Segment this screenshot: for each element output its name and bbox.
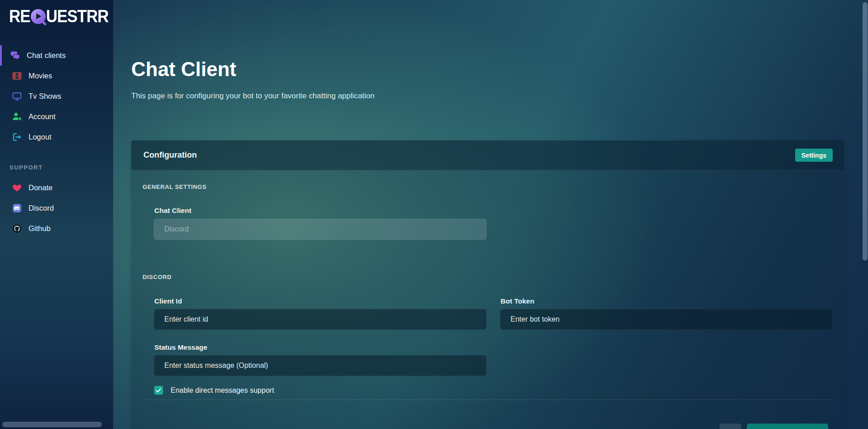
checkmark-icon — [156, 387, 161, 392]
page-title: Chat Client — [131, 58, 236, 81]
section-divider — [143, 400, 833, 400]
configuration-card-header: Configuration Settings — [131, 140, 844, 170]
configuration-title: Configuration — [143, 150, 197, 160]
sidebar-item-label: Discord — [29, 204, 54, 212]
client-id-input[interactable] — [154, 309, 486, 330]
sidebar-item-label: Account — [29, 112, 56, 121]
logo-text-post: UESTRR — [46, 6, 109, 27]
discord-section-header: DISCORD — [143, 274, 172, 280]
film-icon — [11, 72, 22, 81]
sidebar-nav: Chat clients Movies Tv Shows Account Log… — [0, 45, 113, 147]
sidebar-item-chat-clients[interactable]: Chat clients — [0, 45, 113, 66]
sidebar-item-label: Logout — [29, 133, 51, 141]
dm-support-row: Enable direct messages support — [154, 386, 274, 395]
support-section-header: SUPPORT — [10, 164, 43, 171]
sidebar-item-label: Movies — [29, 72, 52, 80]
sidebar-item-movies[interactable]: Movies — [0, 66, 113, 86]
sidebar-item-tv-shows[interactable]: Tv Shows — [0, 86, 113, 106]
status-message-label: Status Message — [154, 343, 207, 352]
logo-text-pre: RE — [9, 6, 30, 27]
sidebar-item-label: Chat clients — [27, 51, 66, 60]
chat-icon — [10, 51, 20, 60]
bot-token-label: Bot Token — [501, 297, 534, 305]
general-settings-header: GENERAL SETTINGS — [143, 183, 207, 190]
sidebar-item-discord[interactable]: Discord — [0, 198, 113, 218]
main-content: Chat Client This page is for configuring… — [113, 0, 868, 429]
save-changes-button-partial[interactable] — [747, 424, 828, 429]
heart-icon — [11, 183, 22, 193]
app-logo[interactable]: RE UESTRR — [0, 0, 113, 26]
configuration-card: Configuration Settings GENERAL SETTINGS … — [131, 140, 844, 429]
sidebar-item-account[interactable]: Account — [0, 106, 113, 127]
dm-support-checkbox[interactable] — [154, 386, 163, 395]
sidebar-item-label: Tv Shows — [29, 92, 61, 101]
chat-client-label: Chat Client — [154, 207, 191, 215]
github-icon — [11, 224, 22, 233]
status-message-input[interactable] — [154, 355, 486, 376]
sidebar-item-logout[interactable]: Logout — [0, 127, 113, 147]
logo-play-icon — [31, 9, 46, 24]
discord-icon — [11, 204, 22, 213]
sidebar-item-label: Github — [29, 224, 51, 233]
sidebar: RE UESTRR Chat clients Movies Tv Shows — [0, 0, 113, 429]
sidebar-item-github[interactable]: Github — [0, 218, 113, 239]
sidebar-item-label: Donate — [29, 183, 52, 192]
dm-support-label: Enable direct messages support — [171, 386, 274, 395]
test-settings-button-partial[interactable] — [720, 424, 741, 429]
support-list: Donate Discord Github — [0, 178, 113, 239]
bot-token-input[interactable] — [500, 309, 833, 330]
logout-icon — [11, 133, 22, 142]
client-id-label: Client Id — [154, 297, 182, 305]
page-subtitle: This page is for configuring your bot to… — [131, 92, 375, 101]
settings-button[interactable]: Settings — [795, 149, 833, 162]
horizontal-scrollbar-thumb[interactable] — [2, 422, 102, 427]
sidebar-item-donate[interactable]: Donate — [0, 178, 113, 198]
vertical-scrollbar-thumb[interactable] — [863, 2, 868, 260]
chat-client-input — [154, 219, 486, 240]
user-shield-icon — [11, 112, 22, 121]
tv-icon — [11, 92, 22, 101]
